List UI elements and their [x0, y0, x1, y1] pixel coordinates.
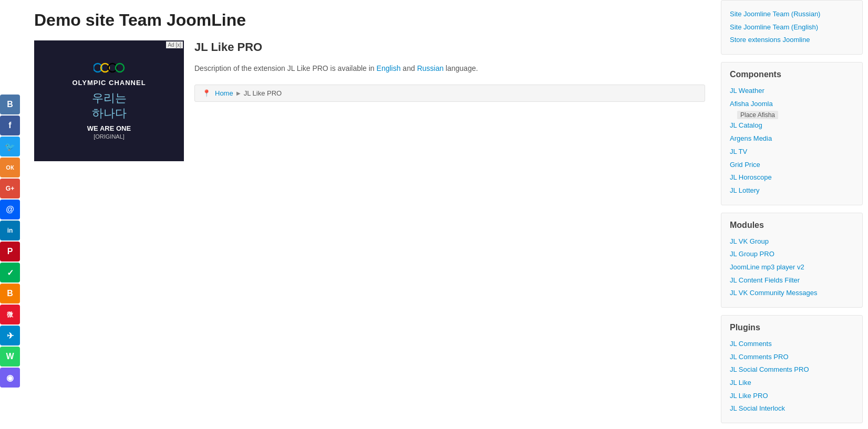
article-description: Description of the extension JL Like PRO…: [194, 62, 705, 74]
plugins-title: Plugins: [730, 323, 854, 332]
sidebar-link-store[interactable]: Store extensions Joomline: [730, 34, 854, 47]
breadcrumb: 📍 Home ▶ JL Like PRO: [194, 85, 705, 102]
social-weibo[interactable]: 微: [0, 305, 20, 325]
main-content: Demo site Team JoomLine Ad [x] OLYMPIC C…: [24, 0, 716, 429]
social-whatsapp[interactable]: W: [0, 347, 20, 367]
olympic-channel-name: OLYMPIC CHANNEL: [72, 79, 146, 87]
article-title: JL Like PRO: [194, 40, 705, 54]
sidebar-components-box: Components JL Weather Afisha Joomla Plac…: [721, 62, 863, 205]
modules-links: JL VK Group JL Group PRO JoomLine mp3 pl…: [730, 235, 854, 300]
social-vk[interactable]: В: [0, 95, 20, 114]
we-are-one: WE ARE ONE: [87, 124, 131, 132]
sidebar-modules-box: Modules JL VK Group JL Group PRO JoomLin…: [721, 213, 863, 308]
mod-content-fields[interactable]: JL Content Fields Filter: [730, 274, 854, 287]
social-facebook[interactable]: f: [0, 116, 20, 135]
sidebar-link-russian[interactable]: Site Joomline Team (Russian): [730, 8, 854, 21]
components-links: JL Weather Afisha Joomla Place Afisha JL…: [730, 85, 854, 197]
components-title: Components: [730, 70, 854, 79]
social-telegram[interactable]: ✈: [0, 326, 20, 346]
mod-group-pro[interactable]: JL Group PRO: [730, 248, 854, 261]
social-odnoklassniki[interactable]: ОК: [0, 158, 20, 177]
korean-text: 우리는 하나다: [92, 91, 127, 121]
ad-label[interactable]: Ad [x]: [166, 41, 183, 48]
plugin-social-interlock[interactable]: JL Social Interlock: [730, 402, 854, 415]
comp-catalog[interactable]: JL Catalog: [730, 119, 854, 132]
olympic-rings: [94, 62, 125, 77]
mod-vk-community[interactable]: JL VK Community Messages: [730, 287, 854, 300]
link-russian[interactable]: Russian: [417, 64, 444, 72]
breadcrumb-current: JL Like PRO: [244, 89, 282, 97]
plugin-like-pro[interactable]: JL Like PRO: [730, 390, 854, 403]
sidebar-plugins-box: Plugins JL Comments JL Comments PRO JL S…: [721, 315, 863, 423]
comp-lottery[interactable]: JL Lottery: [730, 184, 854, 197]
plugin-comments[interactable]: JL Comments: [730, 338, 854, 351]
comp-grid-price[interactable]: Grid Price: [730, 159, 854, 172]
social-viber[interactable]: ◉: [0, 368, 20, 388]
comp-horoscope[interactable]: JL Horoscope: [730, 171, 854, 184]
modules-title: Modules: [730, 221, 854, 230]
comp-afisha-sub: Place Afisha: [737, 111, 778, 119]
social-blogger[interactable]: B: [0, 284, 20, 304]
comp-tv[interactable]: JL TV: [730, 145, 854, 159]
social-pinterest[interactable]: P: [0, 242, 20, 261]
comp-weather[interactable]: JL Weather: [730, 85, 854, 98]
link-english[interactable]: English: [377, 64, 401, 72]
sidebar-link-english[interactable]: Site Joomline Team (English): [730, 21, 854, 34]
sidebar-top-links-box: Site Joomline Team (Russian) Site Joomli…: [721, 0, 863, 55]
plugin-social-comments[interactable]: JL Social Comments PRO: [730, 363, 854, 376]
breadcrumb-separator: ▶: [236, 90, 241, 96]
desc-suffix: language.: [443, 64, 478, 72]
plugin-like[interactable]: JL Like: [730, 376, 854, 390]
ad-banner: Ad [x] OLYMPIC CHANNEL 우리는 하나다: [34, 40, 184, 161]
mod-mp3[interactable]: JoomLine mp3 player v2: [730, 261, 854, 274]
page-title: Demo site Team JoomLine: [34, 11, 705, 30]
content-area: Ad [x] OLYMPIC CHANNEL 우리는 하나다: [34, 40, 705, 161]
social-linkedin[interactable]: in: [0, 221, 20, 240]
right-sidebar: Site Joomline Team (Russian) Site Joomli…: [716, 0, 868, 429]
plugin-comments-pro[interactable]: JL Comments PRO: [730, 351, 854, 364]
sidebar-top-links: Site Joomline Team (Russian) Site Joomli…: [730, 8, 854, 47]
left-column: Ad [x] OLYMPIC CHANNEL 우리는 하나다: [34, 40, 184, 161]
location-icon: 📍: [202, 89, 211, 97]
original-tag: [ORIGINAL]: [94, 133, 125, 140]
social-sidebar: В f 🐦 ОК G+ @ in P ✓ B 微 ✈ W ◉: [0, 95, 20, 388]
breadcrumb-home[interactable]: Home: [215, 89, 233, 97]
comp-afisha[interactable]: Afisha Joomla: [730, 98, 854, 111]
desc-prefix: Description of the extension JL Like PRO…: [194, 64, 377, 72]
mod-vk-group[interactable]: JL VK Group: [730, 235, 854, 248]
social-mail[interactable]: @: [0, 200, 20, 219]
center-column: JL Like PRO Description of the extension…: [194, 40, 705, 161]
comp-argens[interactable]: Argens Media: [730, 132, 854, 145]
plugins-links: JL Comments JL Comments PRO JL Social Co…: [730, 338, 854, 415]
social-check[interactable]: ✓: [0, 263, 20, 282]
desc-and: and: [400, 64, 417, 72]
social-google-plus[interactable]: G+: [0, 179, 20, 198]
social-twitter[interactable]: 🐦: [0, 137, 20, 156]
